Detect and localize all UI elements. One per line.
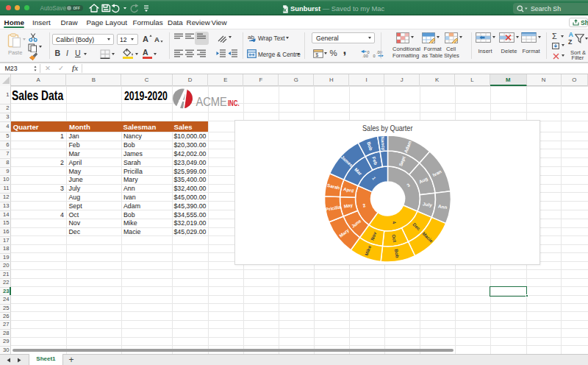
svg-text:ACME: ACME: [196, 95, 227, 108]
svg-text:INC.: INC.: [227, 99, 239, 107]
